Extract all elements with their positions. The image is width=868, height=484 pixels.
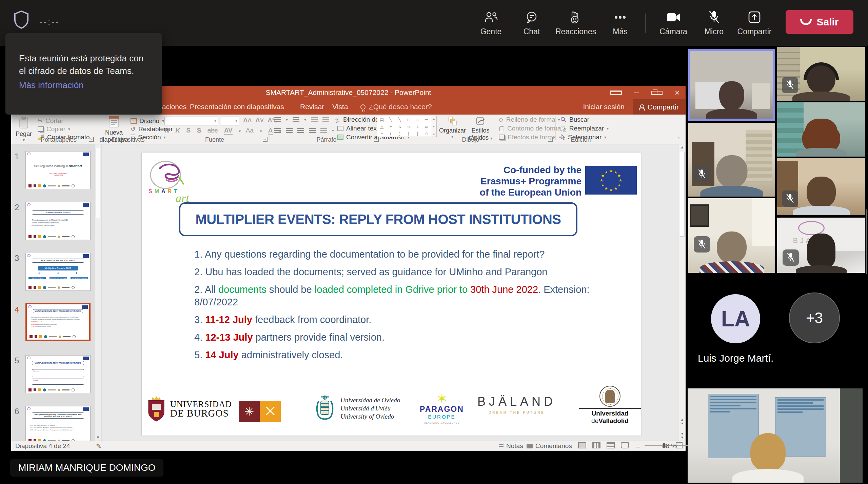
thumb-number: 6 — [15, 407, 19, 416]
scrollbar-thumb[interactable] — [680, 152, 685, 237]
shapes-gallery[interactable]: ▤╲╲□○▭△⌐↳⇒⇓▱~(){}☆ — [377, 116, 431, 137]
avatar-initials[interactable]: LA — [711, 294, 760, 343]
bullets-button[interactable] — [274, 117, 281, 123]
shrink-font-button[interactable]: A˅ — [255, 117, 264, 124]
view-normal-button[interactable] — [578, 442, 586, 448]
thumbnail-scrollbar-thumb[interactable] — [96, 147, 100, 218]
tab-revisar[interactable]: Revisar — [300, 103, 324, 111]
office-share-button[interactable]: Compartir — [633, 99, 685, 115]
more-info-link[interactable]: Más información — [19, 80, 149, 90]
slide-body-line: 3. 11-12 July feedback from coordinator. — [194, 314, 606, 326]
copy-button[interactable]: Copiar ▾ — [38, 125, 70, 133]
columns-button[interactable] — [320, 128, 327, 134]
bold-button[interactable]: N — [164, 127, 169, 134]
more-button[interactable]: Más — [601, 7, 639, 36]
paste-button[interactable]: Pegar ▾ — [15, 117, 33, 142]
thumbnail-slide-4-selected[interactable]: MULTIPLIER EVENTS: REPLY FROM HOST INSTI… — [25, 303, 91, 341]
align-center-button[interactable] — [286, 128, 293, 134]
collapse-ribbon-button[interactable]: ⌃ — [677, 136, 681, 142]
mini-logo-strip — [29, 335, 86, 338]
tab-presentacion[interactable]: Presentación con diapositivas — [190, 103, 284, 111]
svg-text:★: ★ — [601, 183, 605, 187]
reactions-button[interactable]: Reacciones — [555, 7, 593, 36]
tab-vista[interactable]: Vista — [332, 103, 348, 111]
italic-button[interactable]: K — [175, 127, 180, 134]
font-dialog-launcher[interactable] — [263, 137, 268, 142]
arrange-icon — [448, 117, 457, 125]
drawing-dialog-launcher[interactable] — [548, 137, 553, 142]
view-slideshow-button[interactable] — [621, 442, 629, 448]
grow-font-button[interactable]: A˄ — [243, 117, 252, 124]
layout-button[interactable]: Diseño ▾ — [131, 117, 164, 125]
font-size-combobox[interactable] — [220, 117, 239, 125]
thumbnail-slide-3[interactable]: NEW CONCEPT: MULTIPLIER EVENTS Multiplie… — [25, 253, 91, 291]
notes-toggle[interactable]: Notas — [499, 442, 523, 450]
video-tile-older-man[interactable] — [688, 123, 775, 197]
decrease-indent-button[interactable] — [311, 117, 318, 123]
justify-button[interactable] — [309, 128, 316, 134]
display-settings-icon[interactable]: ✎ — [96, 442, 101, 450]
participants-scrollbar[interactable] — [866, 209, 867, 274]
tell-me-box[interactable]: ¿Qué desea hacer? — [360, 103, 432, 111]
close-button[interactable]: × — [671, 87, 683, 98]
leave-meeting-button[interactable]: Salir — [786, 10, 853, 34]
camera-button[interactable]: Cámara — [655, 7, 692, 36]
replace-button[interactable]: ab⤷ac Reemplazar ▾ — [560, 125, 609, 132]
mini-box-outline: Paragon — [32, 379, 84, 385]
align-left-button[interactable] — [274, 128, 281, 134]
scroll-up-arrow[interactable]: ▲ — [679, 145, 686, 149]
thumbnail-slide-2[interactable]: ADMINISTRATIVE ISSUES · Reporting docume… — [25, 202, 91, 240]
minimize-button[interactable]: ─ — [631, 89, 642, 97]
mini-body-lines: 1. P1: held online. Attendees: 82*150=75… — [30, 424, 73, 431]
align-right-button[interactable] — [297, 128, 304, 134]
previous-slide-button[interactable]: ▲▲ — [679, 418, 686, 425]
slide-area-scrollbar[interactable]: ▲ ▲▲ ▼▼ — [679, 144, 686, 441]
thumbnail-scrollbar[interactable]: ▼ — [95, 144, 101, 441]
font-name-combobox[interactable] — [164, 117, 218, 125]
video-tile-woman-bjaland[interactable]: BJÄ — [777, 218, 865, 273]
people-button[interactable]: Gente — [472, 7, 510, 36]
paragraph-dialog-launcher[interactable] — [374, 137, 379, 142]
sign-in-button[interactable]: Iniciar sesión — [583, 103, 625, 111]
restore-button[interactable] — [651, 89, 663, 97]
mini-eu-flag — [83, 357, 89, 360]
thumbnail-scrollbar-down-arrow[interactable]: ▼ — [95, 435, 101, 439]
clipboard-dialog-launcher[interactable] — [89, 137, 94, 142]
text-shadow-button[interactable]: S — [197, 127, 201, 134]
increase-indent-button[interactable] — [322, 117, 329, 123]
view-sorter-button[interactable] — [592, 442, 600, 448]
strikethrough-button[interactable]: abc — [208, 127, 218, 134]
share-button[interactable]: Compartir — [736, 7, 773, 36]
find-button[interactable]: Buscar — [560, 116, 589, 123]
video-tile-woman-posters[interactable] — [688, 388, 863, 483]
shapes-gallery-scrollbar[interactable]: ▴▾≡ — [431, 116, 437, 137]
thumbnail-slide-5[interactable]: MULTIPLIER EVENTS: REPLY FROM HOST INSTI… — [25, 355, 91, 393]
teams-meeting-window: --:-- Gente Chat Reac — [0, 0, 868, 484]
comments-toggle[interactable]: Comentarios — [527, 442, 572, 450]
arrange-button[interactable]: Organizar ▾ — [439, 117, 466, 139]
next-slide-button[interactable]: ▼▼ — [679, 432, 686, 439]
ribbon-display-options-button[interactable] — [610, 89, 622, 97]
video-tile-speaker-selected[interactable] — [688, 49, 775, 121]
mini-title: Self-regulated learning in SmartArt — [26, 164, 90, 168]
mic-button[interactable]: Micro — [695, 7, 733, 36]
font-color-button[interactable]: A — [268, 127, 273, 135]
numbering-button[interactable] — [293, 117, 299, 123]
underline-button[interactable]: S — [186, 127, 191, 134]
video-tile-man-plaid[interactable] — [688, 198, 775, 273]
video-tile-man-headphones[interactable] — [777, 47, 865, 101]
cut-button[interactable]: ✂ Cortar — [38, 117, 63, 125]
fit-to-window-button[interactable] — [676, 442, 683, 448]
zoom-out-button[interactable]: − — [636, 442, 640, 452]
chat-button[interactable]: Chat — [513, 7, 550, 36]
change-case-button[interactable]: Aa — [246, 127, 254, 134]
thumbnail-slide-1[interactable]: Self-regulated learning in SmartArt 2019… — [25, 151, 91, 189]
slide-canvas[interactable]: SMART art Co-funded by the Erasmus+ Prog… — [142, 153, 641, 436]
character-spacing-button[interactable]: AV — [224, 127, 233, 135]
video-tile-woman-round-glasses[interactable] — [777, 158, 865, 215]
shape-fill-button[interactable]: ◇ Relleno de forma ▾ — [499, 116, 560, 123]
thumbnail-slide-6[interactable]: Data presented (pending review and compl… — [25, 406, 91, 444]
view-reading-button[interactable] — [607, 442, 615, 448]
more-participants-avatar[interactable]: +3 — [789, 293, 840, 343]
video-tile-woman-curly[interactable] — [777, 102, 865, 157]
